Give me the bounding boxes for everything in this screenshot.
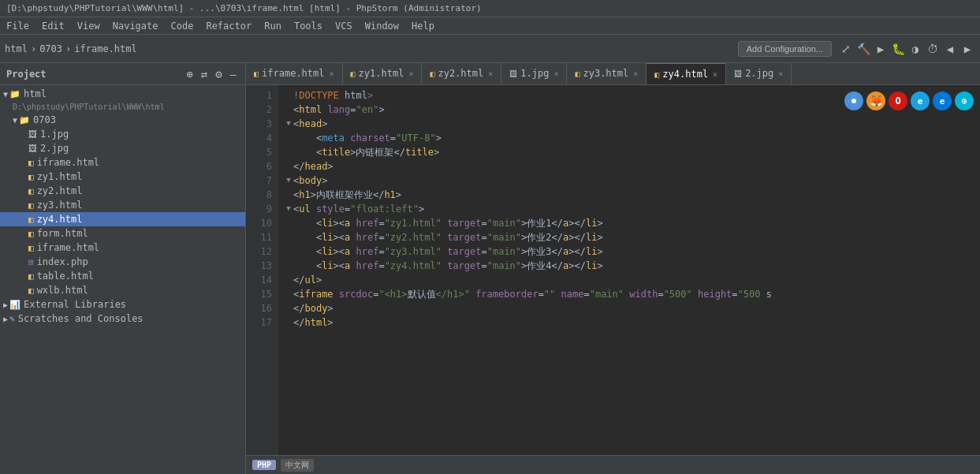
tab-file-icon: ◧ <box>254 69 259 78</box>
sidebar-item-1jpg[interactable]: 🖼 1.jpg <box>0 127 245 141</box>
collapse-icon[interactable]: — <box>228 67 239 81</box>
tab-zy3-html[interactable]: ◧ zy3.html × <box>567 63 647 84</box>
tab-close-icon[interactable]: × <box>330 69 334 78</box>
menu-refactor[interactable]: Refactor <box>199 19 258 33</box>
line-num-16: 16 <box>254 301 272 315</box>
folder-icon: 📁 <box>9 89 20 99</box>
tree-item-path: D:\phpstudy\PHPTutorial\WWW\html <box>0 101 245 113</box>
line-num-8: 8 <box>254 188 272 202</box>
tab-close-icon[interactable]: × <box>713 70 717 79</box>
fold-arrow-2 <box>284 104 293 115</box>
tab-zy2-html[interactable]: ◧ zy2.html × <box>422 63 501 84</box>
build-icon[interactable]: 🔨 <box>855 41 871 57</box>
nav-forward-icon[interactable]: ▶ <box>960 41 975 57</box>
sidebar-item-indexphp[interactable]: ⊞ index.php <box>0 255 245 269</box>
breadcrumb-html[interactable]: html <box>5 43 28 54</box>
tab-close-icon[interactable]: × <box>633 69 638 78</box>
line-num-10: 10 <box>254 216 272 230</box>
profile-icon[interactable]: ⏱ <box>925 41 941 57</box>
sidebar-item-formhtml[interactable]: ◧ form.html <box>0 226 245 241</box>
add-icon[interactable]: ⊕ <box>184 67 195 81</box>
sidebar-header: Project ⊕ ⇄ ⚙ — <box>0 63 245 85</box>
code-line-6: </head> <box>284 159 974 174</box>
tab-close-icon[interactable]: × <box>778 69 783 78</box>
tab-2jpg[interactable]: 🖼 2.jpg × <box>726 63 792 84</box>
debug-icon[interactable]: 🐛 <box>890 41 906 57</box>
html-file-icon: ◧ <box>28 286 34 296</box>
menu-help[interactable]: Help <box>405 19 441 33</box>
sidebar-item-zy3html[interactable]: ◧ zy3.html <box>0 198 245 212</box>
file-zy2-label: zy2.html <box>37 185 83 196</box>
sidebar-item-zy1html[interactable]: ◧ zy1.html <box>0 170 245 184</box>
code-line-12: <li><a href="zy3.html" target="main">作业3… <box>284 244 974 259</box>
tab-zy4-html[interactable]: ◧ zy4.html × <box>647 63 726 84</box>
file-iframe-label: iframe.html <box>37 157 99 168</box>
other-browser-icon[interactable]: ⊕ <box>955 91 974 110</box>
line-num-13: 13 <box>254 259 272 273</box>
expand-icon[interactable]: ⤢ <box>838 41 854 57</box>
sidebar-item-iframe2html[interactable]: ◧ iframe.html <box>0 241 245 255</box>
sidebar-item-zy2html[interactable]: ◧ zy2.html <box>0 184 245 198</box>
breadcrumb-0703[interactable]: 0703 <box>39 43 62 54</box>
svg-point-1 <box>851 99 856 103</box>
line-num-1: 1 <box>254 88 272 103</box>
breadcrumb-file[interactable]: iframe.html <box>74 43 136 54</box>
firefox-browser-icon[interactable]: 🦊 <box>866 91 885 110</box>
tree-item-html-folder[interactable]: ▼ 📁 html <box>0 87 245 101</box>
sidebar-item-external-libraries[interactable]: ▶ 📊 External Libraries <box>0 297 245 312</box>
line-num-9: 9 <box>254 202 272 216</box>
code-editor[interactable]: !DOCTYPE html> <html lang="en"> ▼ <head>… <box>278 85 980 455</box>
line-num-17: 17 <box>254 315 272 330</box>
tab-close-icon[interactable]: × <box>553 69 558 78</box>
menu-file[interactable]: File <box>0 19 35 33</box>
tab-close-icon[interactable]: × <box>408 69 413 78</box>
menu-window[interactable]: Window <box>359 19 405 33</box>
tab-iframe-html[interactable]: ◧ iframe.html × <box>246 63 343 84</box>
menu-tools[interactable]: Tools <box>288 19 329 33</box>
ie-icon-symbol: e <box>918 96 923 106</box>
file-2jpg-label: 2.jpg <box>40 143 69 154</box>
menu-run[interactable]: Run <box>258 19 288 33</box>
html-file-icon: ◧ <box>28 271 34 282</box>
chinese-badge: 中文网 <box>281 459 314 472</box>
code-line-9: ▼ <ul style="float:left"> <box>284 202 974 216</box>
ie-browser-icon[interactable]: e <box>911 91 930 110</box>
chrome-browser-icon[interactable] <box>844 91 863 110</box>
folder-0703-icon: 📁 <box>19 115 30 125</box>
line-num-11: 11 <box>254 230 272 244</box>
menu-vcs[interactable]: VCS <box>329 19 359 33</box>
sidebar-item-zy4html[interactable]: ◧ zy4.html <box>0 212 245 226</box>
tab-close-icon[interactable]: × <box>488 69 493 78</box>
sidebar-item-2jpg[interactable]: 🖼 2.jpg <box>0 141 245 155</box>
external-libraries-label: External Libraries <box>24 299 126 310</box>
menu-edit[interactable]: Edit <box>35 19 71 33</box>
fold-arrow-5 <box>284 147 293 158</box>
sidebar-item-scratches[interactable]: ▶ ✎ Scratches and Consoles <box>0 312 245 326</box>
coverage-icon[interactable]: ◑ <box>907 41 923 57</box>
line-num-12: 12 <box>254 244 272 259</box>
tab-1jpg[interactable]: 🖼 1.jpg × <box>501 63 567 84</box>
sidebar-item-iframe-html[interactable]: ◧ iframe.html <box>0 155 245 170</box>
tab-zy1-html[interactable]: ◧ zy1.html × <box>343 63 423 84</box>
menu-code[interactable]: Code <box>165 19 200 33</box>
gear-icon[interactable]: ⚙ <box>213 67 224 81</box>
opera-browser-icon[interactable]: O <box>889 91 907 110</box>
fold-arrow-7: ▼ <box>284 175 293 186</box>
nav-back-icon[interactable]: ◀ <box>942 41 958 57</box>
tab-label: 1.jpg <box>520 68 549 79</box>
edge-browser-icon[interactable]: e <box>933 91 952 110</box>
menu-view[interactable]: View <box>71 19 106 33</box>
html-file-icon: ◧ <box>28 158 34 168</box>
tree-item-0703-folder[interactable]: ▼ 📁 0703 <box>0 113 245 127</box>
sync-icon[interactable]: ⇄ <box>199 67 210 81</box>
sidebar-item-tablehtml[interactable]: ◧ table.html <box>0 269 245 283</box>
code-line-10: <li><a href="zy1.html" target="main">作业1… <box>284 216 974 230</box>
tab-file-icon: ◧ <box>430 69 434 78</box>
menu-navigate[interactable]: Navigate <box>106 19 165 33</box>
tab-label: 2.jpg <box>745 68 773 79</box>
add-configuration-button[interactable]: Add Configuration... <box>738 41 832 57</box>
code-line-15: <iframe srcdoc="<h1>默认值</h1>" frameborde… <box>284 287 974 301</box>
run-icon[interactable]: ▶ <box>873 41 889 57</box>
html-file-icon: ◧ <box>28 200 34 211</box>
sidebar-item-wxlbhtml[interactable]: ◧ wxlb.html <box>0 283 245 297</box>
